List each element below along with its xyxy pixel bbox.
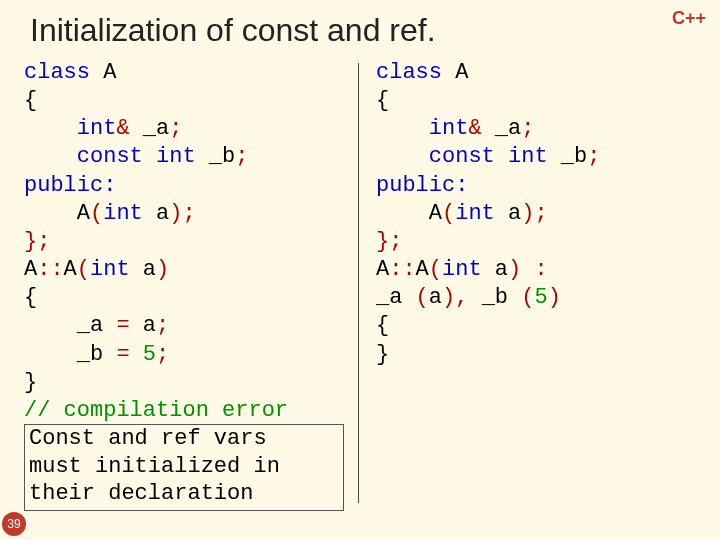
op: ): [156, 257, 169, 282]
op: ::: [37, 257, 63, 282]
op: ),: [442, 285, 482, 310]
op: );: [169, 201, 195, 226]
column-divider: [358, 63, 359, 503]
t: _a: [24, 313, 116, 338]
t: A: [376, 257, 389, 282]
t: A: [24, 257, 37, 282]
t: A: [64, 257, 77, 282]
op: ;: [156, 342, 169, 367]
op: (: [416, 285, 429, 310]
op: (: [90, 201, 103, 226]
op: ;: [169, 116, 182, 141]
error-note-box: Const and ref vars must initialized in t…: [24, 424, 344, 511]
op: ;: [521, 116, 534, 141]
op: };: [24, 229, 50, 254]
ty: int: [90, 257, 143, 282]
ty: const int: [429, 144, 561, 169]
t: {: [376, 313, 389, 338]
t: {: [376, 88, 389, 113]
op: (: [442, 201, 455, 226]
t: [24, 144, 77, 169]
op: ) :: [508, 257, 548, 282]
op: (: [429, 257, 442, 282]
t: [24, 116, 77, 141]
op: &: [116, 116, 142, 141]
num: 5: [143, 342, 156, 367]
t: A: [103, 60, 116, 85]
op: &: [468, 116, 494, 141]
t: _b: [24, 342, 116, 367]
kw: class: [376, 60, 455, 85]
t: }: [24, 370, 37, 395]
op: ::: [389, 257, 415, 282]
ty: int: [442, 257, 495, 282]
page-number-badge: 39: [2, 512, 26, 536]
code-left: class A { int& _a; const int _b; public:…: [24, 59, 344, 425]
ty: int: [455, 201, 508, 226]
content-area: class A { int& _a; const int _b; public:…: [0, 59, 720, 511]
op: (: [521, 285, 534, 310]
code-right: class A { int& _a; const int _b; public:…: [376, 59, 680, 369]
slide-title: Initialization of const and ref.: [0, 0, 720, 59]
t: [376, 144, 429, 169]
t: _b: [561, 144, 587, 169]
t: A: [416, 257, 429, 282]
t: A: [455, 60, 468, 85]
ty: const int: [77, 144, 209, 169]
t: _a: [495, 116, 521, 141]
error-line: Const and ref vars: [29, 425, 339, 453]
op: (: [77, 257, 90, 282]
t: A: [376, 201, 442, 226]
op: ;: [235, 144, 248, 169]
t: }: [376, 342, 389, 367]
op: =: [116, 342, 142, 367]
t: _b: [209, 144, 235, 169]
op: };: [376, 229, 402, 254]
error-line: must initialized in: [29, 453, 339, 481]
t: a: [429, 285, 442, 310]
t: _b: [482, 285, 522, 310]
op: =: [116, 313, 142, 338]
num: 5: [534, 285, 547, 310]
op: ): [548, 285, 561, 310]
t: a: [143, 257, 156, 282]
left-column: class A { int& _a; const int _b; public:…: [10, 59, 348, 511]
comment: // compilation error: [24, 398, 288, 423]
kw: class: [24, 60, 103, 85]
t: a: [143, 313, 156, 338]
error-line: their declaration: [29, 480, 339, 508]
ty: int: [429, 116, 469, 141]
t: A: [24, 201, 90, 226]
t: _a: [143, 116, 169, 141]
kw: public:: [24, 173, 116, 198]
t: a: [508, 201, 521, 226]
language-badge: C++: [672, 8, 706, 29]
ty: int: [77, 116, 117, 141]
t: {: [24, 285, 37, 310]
t: a: [156, 201, 169, 226]
kw: public:: [376, 173, 468, 198]
op: );: [521, 201, 547, 226]
op: ;: [156, 313, 169, 338]
ty: int: [103, 201, 156, 226]
t: [376, 116, 429, 141]
t: _a: [376, 285, 416, 310]
t: a: [495, 257, 508, 282]
op: ;: [587, 144, 600, 169]
t: {: [24, 88, 37, 113]
right-column: class A { int& _a; const int _b; public:…: [348, 59, 684, 511]
